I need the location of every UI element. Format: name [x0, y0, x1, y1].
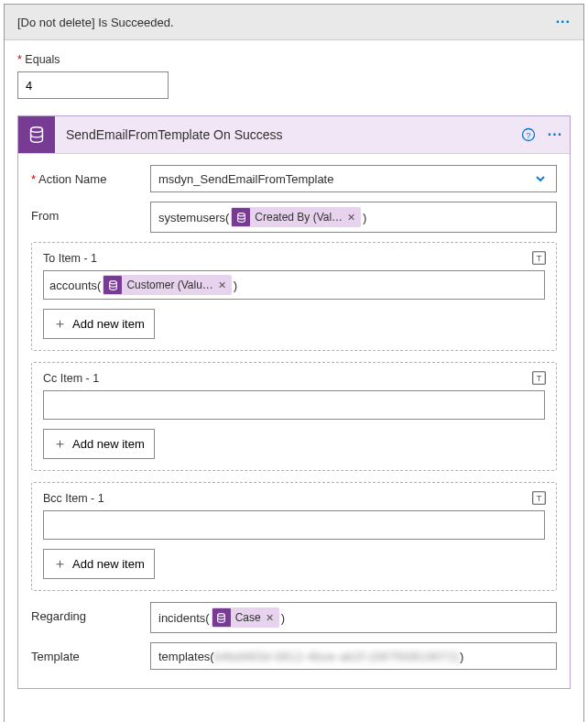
from-suffix: ) — [363, 211, 366, 224]
svg-text:T: T — [537, 374, 542, 383]
to-add-label: Add new item — [72, 317, 145, 331]
from-label: From — [31, 202, 150, 223]
from-input[interactable]: systemusers( Created By (Val… ✕ ) — [150, 202, 557, 233]
to-item-block: T To Item - 1 accounts( Customer (Valu… … — [31, 242, 557, 351]
cc-array-toggle[interactable]: T — [531, 370, 547, 386]
template-suffix: ) — [460, 650, 463, 663]
equals-input[interactable] — [17, 71, 169, 99]
row-regarding: Regarding incidents( Case ✕ ) — [31, 602, 557, 633]
cc-item-block: T Cc Item - 1 ＋ Add new item — [31, 362, 557, 471]
cc-item-title: Cc Item - 1 — [43, 372, 545, 385]
svg-text:T: T — [537, 494, 542, 503]
row-template: Template templates( b4bd483d-0812-4bse-a… — [31, 642, 557, 670]
to-token[interactable]: Customer (Valu… ✕ — [103, 275, 231, 295]
action-card-body: Action Name msdyn_SendEmailFromTemplate … — [18, 154, 570, 688]
bcc-array-toggle[interactable]: T — [531, 490, 547, 506]
to-token-remove[interactable]: ✕ — [218, 279, 226, 291]
from-token-label: Created By (Val… — [255, 211, 343, 224]
regarding-input[interactable]: incidents( Case ✕ ) — [150, 602, 557, 633]
template-blurred-value: b4bd483d-0812-4bse-ab2f-(087f00819072) — [214, 650, 460, 663]
regarding-suffix: ) — [281, 611, 285, 625]
svg-text:T: T — [537, 254, 542, 263]
action-name-select[interactable]: msdyn_SendEmailFromTemplate — [150, 165, 557, 192]
template-prefix: templates( — [158, 650, 214, 663]
step-title: [Do not delete] Is Succeeded. — [17, 16, 174, 29]
to-array-toggle[interactable]: T — [531, 250, 547, 266]
action-card-header[interactable]: SendEmailFromTemplate On Success ? ··· — [18, 116, 570, 154]
bcc-add-item-button[interactable]: ＋ Add new item — [43, 549, 155, 579]
from-token-remove[interactable]: ✕ — [347, 212, 355, 224]
bcc-item-block: T Bcc Item - 1 ＋ Add new item — [31, 482, 557, 591]
bcc-add-label: Add new item — [72, 557, 145, 571]
bcc-item-title: Bcc Item - 1 — [43, 492, 545, 505]
svg-text:?: ? — [526, 131, 530, 140]
from-prefix: systemusers( — [158, 211, 229, 224]
to-prefix: accounts( — [49, 279, 101, 292]
regarding-label: Regarding — [31, 602, 150, 623]
to-item-input[interactable]: accounts( Customer (Valu… ✕ ) — [43, 270, 545, 300]
step-header[interactable]: [Do not delete] Is Succeeded. ··· — [5, 5, 583, 40]
from-token[interactable]: Created By (Val… ✕ — [231, 207, 361, 227]
row-action-name: Action Name msdyn_SendEmailFromTemplate — [31, 165, 557, 192]
to-suffix: ) — [234, 279, 237, 292]
help-icon[interactable]: ? — [517, 127, 540, 142]
cc-add-label: Add new item — [72, 437, 145, 451]
svg-point-3 — [238, 213, 245, 215]
equals-field: Equals — [17, 53, 571, 99]
step-more-menu[interactable]: ··· — [556, 14, 571, 30]
template-label: Template — [31, 642, 150, 663]
action-card-title: SendEmailFromTemplate On Success — [55, 127, 517, 142]
cc-item-input[interactable] — [43, 390, 545, 420]
regarding-token-remove[interactable]: ✕ — [266, 612, 274, 624]
dataverse-icon — [103, 276, 122, 294]
row-from: From systemusers( Created By (Val… ✕ — [31, 202, 557, 233]
step-container: [Do not delete] Is Succeeded. ··· Equals… — [4, 4, 584, 722]
bcc-item-input[interactable] — [43, 510, 545, 540]
action-card: SendEmailFromTemplate On Success ? ··· A… — [17, 115, 571, 689]
regarding-token-label: Case — [235, 611, 261, 624]
plus-icon: ＋ — [53, 315, 67, 333]
to-add-item-button[interactable]: ＋ Add new item — [43, 309, 155, 339]
action-name-label: Action Name — [31, 165, 150, 186]
plus-icon: ＋ — [53, 435, 67, 453]
chevron-down-icon — [534, 172, 547, 185]
to-item-title: To Item - 1 — [43, 252, 545, 265]
dataverse-icon — [18, 116, 55, 153]
action-name-value: msdyn_SendEmailFromTemplate — [158, 172, 333, 186]
svg-point-0 — [31, 127, 43, 133]
regarding-prefix: incidents( — [158, 611, 210, 625]
step-body: Equals SendEmailFromTemplate On Success … — [5, 40, 583, 722]
dataverse-icon — [212, 608, 231, 627]
to-token-label: Customer (Valu… — [126, 279, 212, 291]
svg-point-6 — [110, 280, 117, 283]
template-input[interactable]: templates( b4bd483d-0812-4bse-ab2f-(087f… — [150, 642, 557, 670]
svg-point-11 — [218, 613, 225, 616]
plus-icon: ＋ — [53, 555, 67, 573]
action-card-more-menu[interactable]: ··· — [540, 126, 570, 143]
regarding-token[interactable]: Case ✕ — [212, 607, 279, 628]
dataverse-icon — [232, 208, 250, 226]
cc-add-item-button[interactable]: ＋ Add new item — [43, 429, 155, 459]
equals-label: Equals — [17, 53, 571, 66]
